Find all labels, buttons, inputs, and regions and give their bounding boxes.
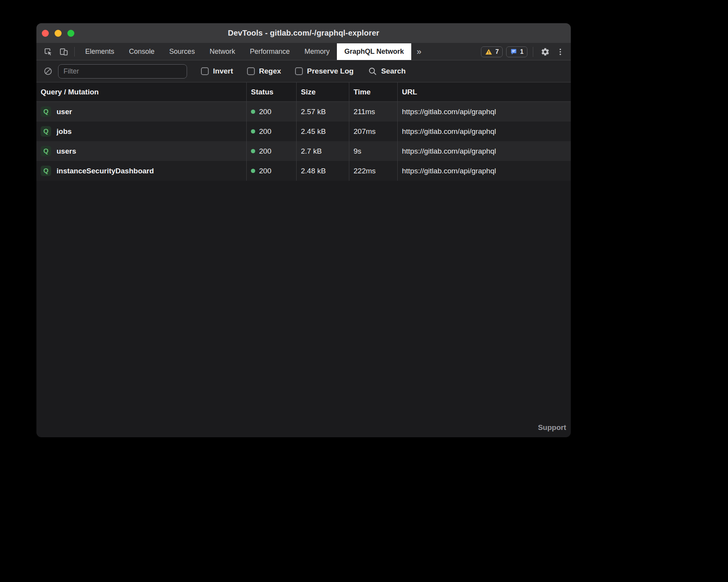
status-cell: 200 [246, 161, 296, 181]
zoom-button[interactable] [67, 30, 74, 37]
preserve-log-checkbox-label: Preserve Log [307, 67, 354, 75]
table-row[interactable]: Q jobs 200 2.45 kB 207ms https://gitlab.… [36, 122, 571, 141]
window-title: DevTools - gitlab.com/-/graphql-explorer [228, 29, 379, 38]
search-icon [368, 67, 377, 76]
regex-checkbox[interactable]: Regex [247, 67, 281, 75]
time-cell: 211ms [349, 102, 397, 122]
query-name: user [57, 108, 72, 116]
tab-network[interactable]: Network [202, 43, 242, 60]
kebab-menu-icon [556, 48, 565, 56]
size-cell: 2.7 kB [296, 141, 349, 161]
device-toolbar-button[interactable] [56, 43, 71, 60]
table-row[interactable]: Q instanceSecurityDashboard 200 2.48 kB … [36, 161, 571, 181]
url-cell: https://gitlab.com/api/graphql [397, 161, 571, 181]
devtools-tabbar: Elements Console Sources Network Perform… [36, 43, 571, 60]
more-options-button[interactable] [555, 48, 565, 56]
time-cell: 207ms [349, 122, 397, 141]
preserve-log-checkbox-box[interactable] [295, 67, 303, 75]
table-row[interactable]: Q user 200 2.57 kB 211ms https://gitlab.… [36, 102, 571, 122]
search-button[interactable]: Search [368, 67, 405, 76]
traffic-lights [42, 23, 74, 43]
status-code: 200 [259, 127, 271, 136]
invert-checkbox-label: Invert [213, 67, 233, 75]
block-icon [43, 67, 53, 76]
query-badge-icon: Q [41, 106, 51, 117]
tab-performance[interactable]: Performance [242, 43, 297, 60]
filter-toolbar: Invert Regex Preserve Log Search [36, 60, 571, 82]
url-cell: https://gitlab.com/api/graphql [397, 122, 571, 141]
search-label: Search [381, 67, 405, 75]
time-cell: 9s [349, 141, 397, 161]
status-dot-icon [251, 149, 255, 153]
column-header-status[interactable]: Status [246, 82, 296, 101]
status-dot-icon [251, 110, 255, 114]
titlebar: DevTools - gitlab.com/-/graphql-explorer [36, 23, 571, 43]
filter-input[interactable] [58, 64, 187, 79]
status-code: 200 [259, 108, 271, 116]
inspect-cursor-icon [44, 47, 53, 56]
controls-separator [533, 47, 533, 57]
preserve-log-checkbox[interactable]: Preserve Log [295, 67, 354, 75]
query-badge-icon: Q [41, 166, 51, 176]
status-dot-icon [251, 129, 255, 134]
table-header: Query / Mutation Status Size Time URL [36, 82, 571, 102]
warnings-count: 7 [495, 48, 499, 55]
status-code: 200 [259, 147, 271, 156]
messages-count: 1 [520, 48, 524, 55]
messages-badge[interactable]: 1 [506, 46, 527, 57]
support-link[interactable]: Support [538, 423, 566, 432]
query-cell: Q instanceSecurityDashboard [36, 161, 246, 181]
size-cell: 2.45 kB [296, 122, 349, 141]
query-name: jobs [57, 127, 72, 136]
status-cell: 200 [246, 141, 296, 161]
status-code: 200 [259, 167, 271, 175]
minimize-button[interactable] [55, 30, 62, 37]
gear-icon [541, 47, 550, 56]
size-cell: 2.48 kB [296, 161, 349, 181]
url-cell: https://gitlab.com/api/graphql [397, 141, 571, 161]
query-cell: Q jobs [36, 122, 246, 141]
tabbar-right-controls: 7 1 [481, 43, 565, 60]
tab-memory[interactable]: Memory [297, 43, 337, 60]
settings-button[interactable] [539, 47, 552, 56]
tab-console[interactable]: Console [122, 43, 162, 60]
time-cell: 222ms [349, 161, 397, 181]
table-row[interactable]: Q users 200 2.7 kB 9s https://gitlab.com… [36, 141, 571, 161]
query-cell: Q users [36, 141, 246, 161]
column-header-time[interactable]: Time [349, 82, 397, 101]
message-bubble-icon [510, 48, 517, 55]
query-name: users [57, 147, 76, 156]
column-header-size[interactable]: Size [296, 82, 349, 101]
size-cell: 2.57 kB [296, 102, 349, 122]
tabbar-separator [74, 47, 75, 56]
regex-checkbox-label: Regex [259, 67, 281, 75]
query-cell: Q user [36, 102, 246, 122]
url-cell: https://gitlab.com/api/graphql [397, 102, 571, 122]
warning-triangle-icon [485, 48, 493, 56]
invert-checkbox-box[interactable] [201, 67, 209, 75]
close-button[interactable] [42, 30, 49, 37]
tab-elements[interactable]: Elements [78, 43, 122, 60]
tab-sources[interactable]: Sources [162, 43, 202, 60]
device-toolbar-icon [59, 47, 68, 56]
status-cell: 200 [246, 122, 296, 141]
query-badge-icon: Q [41, 146, 51, 156]
query-name: instanceSecurityDashboard [57, 167, 154, 175]
devtools-window: DevTools - gitlab.com/-/graphql-explorer… [36, 23, 571, 437]
query-badge-icon: Q [41, 126, 51, 137]
status-dot-icon [251, 169, 255, 173]
regex-checkbox-box[interactable] [247, 67, 255, 75]
status-cell: 200 [246, 102, 296, 122]
more-tabs-button[interactable]: » [411, 43, 427, 60]
invert-checkbox[interactable]: Invert [201, 67, 233, 75]
tab-graphql-network[interactable]: GraphQL Network [337, 43, 411, 60]
inspect-element-button[interactable] [40, 43, 56, 60]
warnings-badge[interactable]: 7 [481, 46, 503, 57]
column-header-query-mutation[interactable]: Query / Mutation [36, 82, 246, 101]
column-header-url[interactable]: URL [397, 82, 571, 101]
clear-button[interactable] [42, 67, 54, 76]
